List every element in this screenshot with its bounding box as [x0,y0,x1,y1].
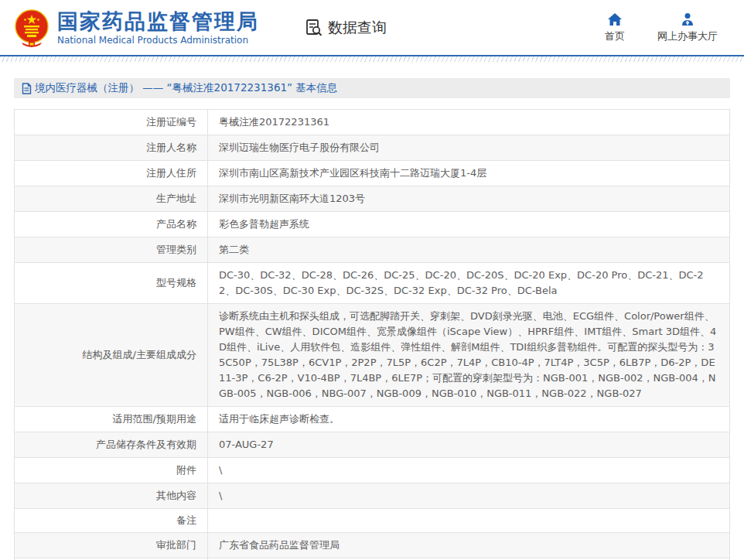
main-content: 境内医疗器械（注册） —— “粤械注准20172231361” 基本信息 注册证… [14,78,730,560]
row-value: 深圳市南山区高新技术产业园区科技南十二路迈瑞大厦1-4层 [208,161,730,186]
page-icon [22,83,32,94]
nav-online-hall[interactable]: 网上办事大厅 [657,12,718,43]
row-label: 审批部门 [15,533,208,558]
site-title-cn: 国家药品监督管理局 [57,10,259,33]
row-value: 诊断系统由主机和探头组成，可选配脚踏开关、穿刺架、DVD刻录光驱、电池、ECG组… [208,304,730,407]
nav-home[interactable]: 首页 [605,12,625,43]
row-value: 深圳市光明新区南环大道1203号 [208,186,730,212]
table-row: 生产地址深圳市光明新区南环大道1203号 [15,186,730,212]
site-title-en: National Medical Products Administration [57,35,259,46]
table-row: 注册人名称深圳迈瑞生物医疗电子股份有限公司 [15,135,730,161]
table-row: 其他内容\ [15,483,730,509]
row-label: 型号规格 [15,263,208,304]
section-title: 境内医疗器械（注册） —— “粤械注准20172231361” 基本信息 [35,81,337,95]
home-icon [607,12,623,26]
site-header: 国家药品监督管理局 National Medical Products Admi… [0,0,744,55]
table-row: 注册人住所深圳市南山区高新技术产业园区科技南十二路迈瑞大厦1-4层 [15,161,730,186]
nmpa-logo[interactable]: 国家药品监督管理局 National Medical Products Admi… [14,8,259,48]
row-label: 适用范围/预期用途 [15,407,208,432]
row-value: 彩色多普勒超声系统 [208,212,730,237]
row-value: \ [208,483,730,509]
header-hatch-strip [0,56,744,62]
document-search-icon [304,18,324,38]
nav-home-label: 首页 [605,29,625,43]
person-icon [681,12,695,26]
row-value: 广东省食品药品监督管理局 [208,533,730,558]
row-value: 深圳迈瑞生物医疗电子股份有限公司 [208,135,730,161]
info-table-body: 注册证编号粤械注准20172231361注册人名称深圳迈瑞生物医疗电子股份有限公… [15,110,730,560]
row-label: 生产地址 [15,186,208,212]
row-label: 产品名称 [15,212,208,237]
row-label: 管理类别 [15,237,208,263]
row-label: 注册证编号 [15,110,208,135]
row-value: 07-AUG-27 [208,432,730,458]
table-row: 审批部门广东省食品药品监督管理局 [15,533,730,558]
row-label: 注册人名称 [15,135,208,161]
row-label: 备注 [15,509,208,533]
table-row: 型号规格DC-30、DC-32、DC-28、DC-26、DC-25、DC-20、… [15,263,730,304]
table-row: 产品储存条件及有效期07-AUG-27 [15,432,730,458]
row-value: 第二类 [208,237,730,263]
table-row: 管理类别第二类 [15,237,730,263]
section-title-bar: 境内医疗器械（注册） —— “粤械注准20172231361” 基本信息 [14,78,730,98]
row-label: 附件 [15,458,208,483]
row-label: 结构及组成/主要组成成分 [15,304,208,407]
row-value: DC-30、DC-32、DC-28、DC-26、DC-25、DC-20、DC-2… [208,263,730,304]
national-emblem-icon [14,8,49,48]
nav-online-hall-label: 网上办事大厅 [657,29,718,43]
row-label: 产品储存条件及有效期 [15,432,208,458]
row-label: 其他内容 [15,483,208,509]
table-row: 适用范围/预期用途适用于临床超声诊断检查。 [15,407,730,432]
table-row: 备注 [15,509,730,533]
table-row: 结构及组成/主要组成成分诊断系统由主机和探头组成，可选配脚踏开关、穿刺架、DVD… [15,304,730,407]
row-value [208,509,730,533]
data-query-label: 数据查询 [328,18,387,38]
table-row: 产品名称彩色多普勒超声系统 [15,212,730,237]
table-row: 附件\ [15,458,730,483]
data-query-nav[interactable]: 数据查询 [304,18,387,38]
row-value: \ [208,458,730,483]
row-value: 适用于临床超声诊断检查。 [208,407,730,432]
table-row: 注册证编号粤械注准20172231361 [15,110,730,135]
registration-info-table: 注册证编号粤械注准20172231361注册人名称深圳迈瑞生物医疗电子股份有限公… [14,109,730,560]
row-label: 注册人住所 [15,161,208,186]
row-value: 粤械注准20172231361 [208,110,730,135]
